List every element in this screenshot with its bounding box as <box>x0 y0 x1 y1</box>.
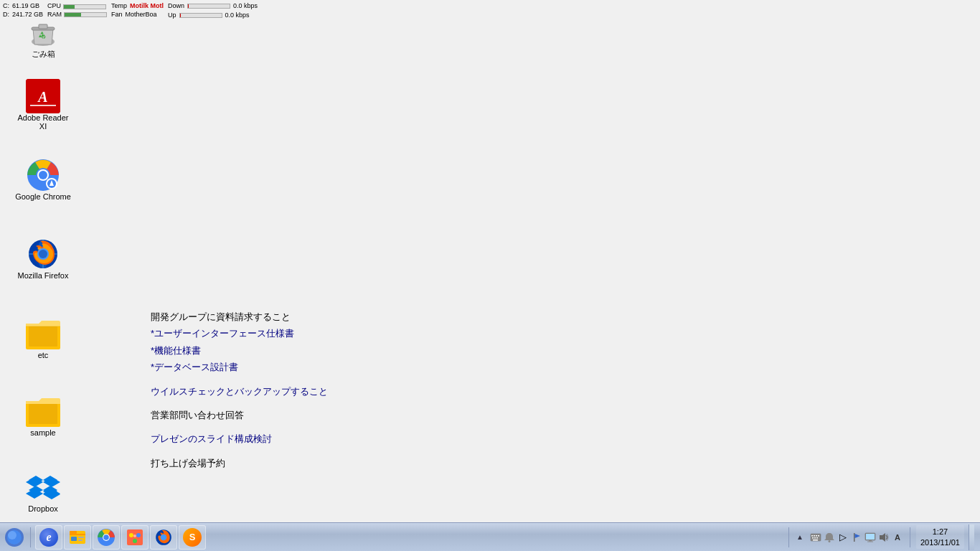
taskbar-chrome-svg <box>97 528 116 547</box>
sample-folder-icon[interactable]: sample <box>14 397 72 437</box>
chrome-label: Google Chrome <box>15 192 71 201</box>
svg-rect-63 <box>814 537 816 539</box>
svg-point-51 <box>129 533 133 537</box>
paint-svg <box>126 528 144 547</box>
svg-rect-65 <box>813 540 818 541</box>
taskbar-ie-icon[interactable]: e <box>35 525 62 550</box>
note-line-1: 開発グループに資料請求すること <box>151 309 328 325</box>
svg-rect-42 <box>70 531 77 534</box>
taskbar-firefox-icon[interactable] <box>150 525 177 550</box>
taskbar-separator-1 <box>30 527 31 547</box>
desktop-note: 開発グループに資料請求すること *ユーザーインターフェース仕様書 *機能仕様書 … <box>151 309 328 471</box>
taskbar-explorer-icon[interactable] <box>64 525 91 550</box>
svg-rect-44 <box>71 537 77 541</box>
system-clock[interactable]: 1:27 2013/11/01 <box>916 525 964 549</box>
down-label: Down <box>168 1 184 11</box>
volume-svg <box>878 532 890 543</box>
start-button[interactable] <box>0 524 29 551</box>
network-info: Down 0.0 kbps Up 0.0 kbps <box>168 1 258 19</box>
temp-value: Motilk Motl <box>130 2 164 11</box>
note-line-12: 打ち上げ会場予約 <box>151 455 328 471</box>
taskbar-paint-icon[interactable] <box>121 525 149 550</box>
taskbar-chrome-icon[interactable] <box>93 525 120 550</box>
svg-marker-68 <box>854 534 860 538</box>
etc-folder-icon[interactable]: etc <box>14 319 72 359</box>
svg-point-66 <box>828 540 830 542</box>
explorer-svg <box>68 528 87 547</box>
svg-rect-46 <box>78 540 83 541</box>
note-spacer-1 <box>151 376 328 383</box>
svg-rect-67 <box>854 533 855 542</box>
svg-rect-64 <box>816 537 818 539</box>
ime-tray-icon[interactable]: A <box>891 531 904 544</box>
volume-tray-icon[interactable] <box>877 531 890 544</box>
temp-label: Temp <box>111 2 127 11</box>
adobe-reader-icon[interactable]: A Adobe Reader XI <box>14 79 72 131</box>
taskbar-icons-group: e <box>32 524 209 551</box>
svg-rect-43 <box>70 534 85 535</box>
dropbox-icon[interactable]: Dropbox <box>14 470 72 513</box>
d-drive-label: D: <box>3 11 9 19</box>
mozilla-firefox-icon[interactable]: Mozilla Firefox <box>14 237 72 280</box>
svg-marker-73 <box>880 533 885 542</box>
taskbar: e <box>0 522 980 551</box>
svg-point-19 <box>39 250 47 258</box>
sample-folder-svg <box>26 397 60 428</box>
note-line-3: *機能仕様書 <box>151 342 328 359</box>
note-line-10: プレゼンのスライド構成検討 <box>151 430 328 447</box>
taskbar-firefox-svg <box>154 528 173 547</box>
etc-label: etc <box>38 351 49 359</box>
show-desktop-button[interactable] <box>969 524 974 550</box>
svg-rect-6 <box>30 105 56 106</box>
google-chrome-icon[interactable]: Google Chrome <box>14 158 72 201</box>
monitor-tray-icon[interactable] <box>864 531 877 544</box>
fan-label: Fan <box>111 11 123 19</box>
svg-point-54 <box>133 534 136 537</box>
svg-point-56 <box>161 534 167 540</box>
svg-rect-27 <box>26 470 60 504</box>
svg-rect-2 <box>39 24 47 29</box>
svg-rect-72 <box>867 541 873 542</box>
up-value: 0.0 kbps <box>225 11 250 20</box>
svg-rect-23 <box>29 326 57 347</box>
notify-tray-icon[interactable] <box>823 531 836 544</box>
taskbar-separator-3 <box>910 527 910 547</box>
cpu-label: CPU <box>47 2 61 11</box>
arrow-tray-icon[interactable]: ▷ <box>837 531 849 544</box>
s5-icon-img: S <box>183 528 202 547</box>
trash-icon[interactable]: ♻ ごみ箱 <box>14 14 72 60</box>
sample-label: sample <box>30 428 55 437</box>
tray-chevron[interactable]: ▲ <box>795 532 805 542</box>
svg-rect-25 <box>26 401 60 404</box>
trash-svg: ♻ <box>26 14 60 49</box>
svg-rect-45 <box>78 537 84 538</box>
adobe-label: Adobe Reader XI <box>14 113 72 131</box>
svg-rect-62 <box>812 537 814 539</box>
svg-point-52 <box>136 533 141 537</box>
firefox-svg <box>26 237 60 271</box>
dropbox-svg <box>26 470 60 504</box>
note-line-6: ウイルスチェックとバックアップすること <box>151 383 328 400</box>
svg-point-40 <box>8 531 17 540</box>
dropbox-label: Dropbox <box>28 504 58 513</box>
note-spacer-2 <box>151 400 328 407</box>
firefox-label: Mozilla Firefox <box>18 271 69 280</box>
taskbar-separator-2 <box>788 527 789 547</box>
tray-icons: ▷ <box>809 531 904 544</box>
svg-rect-60 <box>816 535 817 537</box>
fan-value: MotherBoa <box>126 11 157 19</box>
notify-svg <box>824 532 835 543</box>
note-line-8: 営業部問い合わせ回答 <box>151 407 328 423</box>
svg-text:A: A <box>37 89 47 105</box>
flag-tray-icon[interactable] <box>850 531 863 544</box>
desktop: C: 61.19 GB D: 241.72 GB CPU RAM Temp Mo… <box>0 0 980 524</box>
taskbar-s5-icon[interactable]: S <box>179 525 206 550</box>
svg-point-10 <box>39 171 47 179</box>
note-spacer-4 <box>151 448 328 455</box>
flag-svg <box>851 532 862 543</box>
keyboard-tray-icon[interactable] <box>809 531 822 544</box>
svg-rect-71 <box>869 540 872 542</box>
svg-rect-21 <box>26 324 60 326</box>
note-spacer-3 <box>151 423 328 430</box>
keyboard-svg <box>810 532 821 543</box>
